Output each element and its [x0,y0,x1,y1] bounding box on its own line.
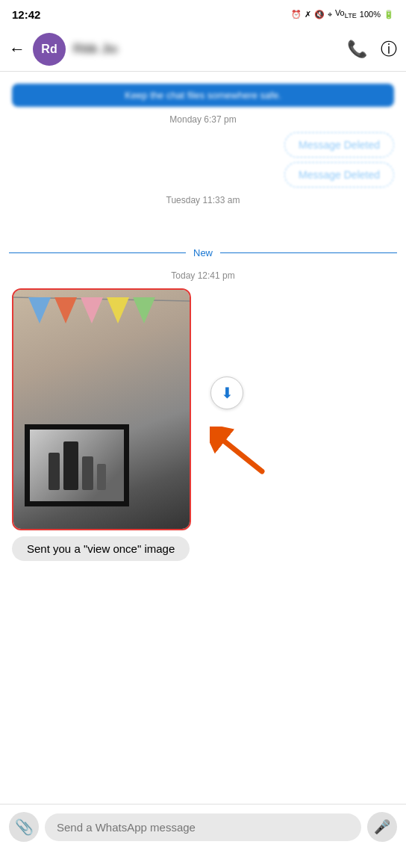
status-time: 12:42 [12,8,40,21]
chat-area: Keep the chat files somewhere safe. Mond… [0,72,406,804]
back-button[interactable]: ← [9,40,25,59]
attach-button[interactable]: 📎 [9,812,39,842]
call-icon[interactable]: 📞 [347,40,367,59]
timestamp-monday: Monday 6:37 pm [0,114,406,125]
mic-icon: 🎤 [374,819,390,835]
svg-marker-5 [133,297,155,323]
battery-percent: 100% [360,10,381,19]
mute-icon: 🔇 [314,10,325,19]
status-icons: ⏰ ✗ 🔇 ⌖ VoLTE 100% 🔋 [291,8,394,19]
wifi-icon: ⌖ [328,10,332,19]
svg-marker-3 [81,297,103,323]
alarm-icon: ⏰ [291,10,302,19]
info-icon[interactable]: ⓘ [381,38,397,61]
attach-icon: 📎 [15,818,34,836]
signal-icon: VoLTE [335,8,357,19]
view-once-label: Sent you a "view once" image [12,536,394,561]
svg-marker-4 [107,297,129,323]
bluetooth-icon: ✗ [304,10,311,19]
view-once-text: Sent you a "view once" image [12,536,190,561]
deleted-message-2: Message Deleted [12,162,394,187]
avatar: Rd [33,33,66,66]
deleted-bubble-2: Message Deleted [284,162,394,187]
header-action-icons: 📞 ⓘ [347,38,397,61]
image-bubble[interactable] [12,288,191,530]
svg-line-7 [225,441,262,471]
battery-icon: 🔋 [384,10,394,19]
svg-marker-1 [28,297,51,323]
avatar-initials: Rd [41,43,57,56]
download-icon: ⬇ [221,384,234,402]
input-bar: 📎 🎤 [0,804,406,849]
svg-marker-2 [54,297,77,323]
timestamp-today: Today 12:41 pm [0,270,406,281]
chat-banner: Keep the chat files somewhere safe. [12,84,394,107]
deleted-message-1: Message Deleted [12,132,394,158]
contact-name: Ritik Jio [73,42,340,57]
chat-header: ← Rd Ritik Jio 📞 ⓘ [0,27,406,72]
image-message-container: ⬇ [12,288,394,530]
image-content [13,290,191,529]
mic-button[interactable]: 🎤 [367,812,397,842]
new-divider: New [9,247,397,258]
timestamp-tuesday: Tuesday 11:33 am [0,195,406,205]
arrow-annotation [210,427,269,479]
deleted-bubble-1: Message Deleted [284,132,394,158]
message-input[interactable] [45,813,361,841]
status-bar: 12:42 ⏰ ✗ 🔇 ⌖ VoLTE 100% 🔋 [0,0,406,27]
new-divider-label: New [193,247,213,258]
new-divider-line-right [220,252,397,254]
new-divider-line-left [9,252,186,254]
